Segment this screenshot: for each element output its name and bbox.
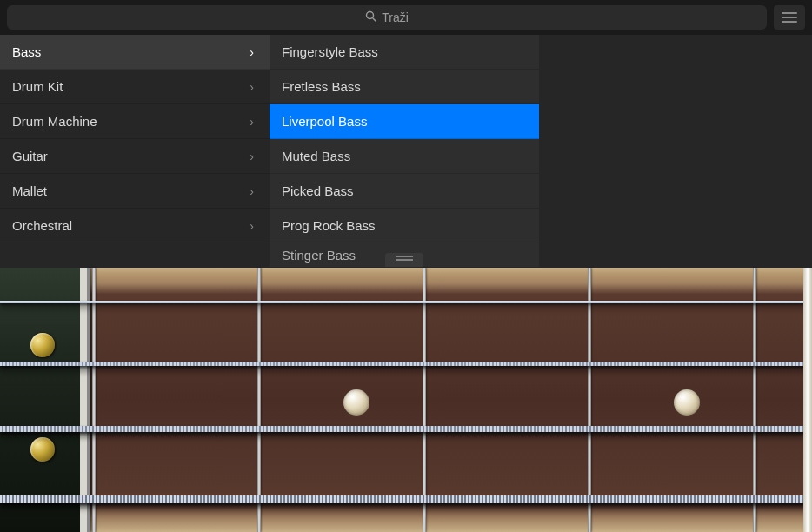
fret bbox=[92, 268, 96, 532]
category-label: Mallet bbox=[12, 183, 47, 198]
category-label: Drum Kit bbox=[12, 79, 63, 94]
category-item-orchestral[interactable]: Orchestral› bbox=[0, 209, 270, 243]
string-4[interactable] bbox=[0, 495, 812, 503]
preset-column: Fingerstyle BassFretless BassLiverpool B… bbox=[270, 35, 539, 268]
category-column: Bass›Drum Kit›Drum Machine›Guitar›Mallet… bbox=[0, 35, 270, 268]
drag-handle-icon[interactable] bbox=[385, 253, 423, 267]
preset-item-picked-bass[interactable]: Picked Bass bbox=[270, 174, 539, 209]
category-label: Guitar bbox=[12, 149, 48, 163]
category-item-drum-kit[interactable]: Drum Kit› bbox=[0, 70, 270, 104]
preset-item-liverpool-bass[interactable]: Liverpool Bass bbox=[270, 104, 539, 139]
chevron-right-icon: › bbox=[250, 80, 254, 94]
category-item-drum-machine[interactable]: Drum Machine› bbox=[0, 104, 270, 139]
svg-line-1 bbox=[373, 18, 376, 22]
string-3[interactable] bbox=[0, 426, 812, 432]
preset-label: Liverpool Bass bbox=[282, 114, 367, 129]
headstock bbox=[0, 268, 87, 532]
fretboard[interactable] bbox=[0, 268, 812, 532]
search-placeholder: Traži bbox=[382, 10, 409, 24]
category-item-mallet[interactable]: Mallet› bbox=[0, 174, 270, 209]
category-label: Bass bbox=[12, 44, 41, 59]
fret bbox=[423, 268, 426, 532]
string-2[interactable] bbox=[0, 362, 812, 366]
preset-item-fretless-bass[interactable]: Fretless Bass bbox=[270, 70, 539, 104]
fret-inlay-dot bbox=[674, 389, 700, 416]
preset-label: Prog Rock Bass bbox=[282, 218, 376, 233]
browser-panel: Bass›Drum Kit›Drum Machine›Guitar›Mallet… bbox=[0, 35, 812, 268]
category-item-bass[interactable]: Bass› bbox=[0, 35, 270, 70]
chevron-right-icon: › bbox=[250, 219, 254, 233]
category-item-guitar[interactable]: Guitar› bbox=[0, 139, 270, 174]
preset-label: Stinger Bass bbox=[282, 248, 356, 263]
preset-item-stinger-bass[interactable]: Stinger Bass bbox=[270, 243, 539, 268]
preset-item-fingerstyle-bass[interactable]: Fingerstyle Bass bbox=[270, 35, 539, 70]
category-label: Orchestral bbox=[12, 218, 72, 233]
chevron-right-icon: › bbox=[250, 45, 254, 59]
search-input[interactable]: Traži bbox=[7, 5, 767, 30]
category-label: Drum Machine bbox=[12, 114, 97, 129]
string-1[interactable] bbox=[0, 301, 812, 303]
preset-label: Fingerstyle Bass bbox=[282, 44, 378, 59]
search-icon bbox=[365, 10, 376, 24]
chevron-right-icon: › bbox=[250, 150, 254, 163]
fret bbox=[753, 268, 756, 532]
fret bbox=[257, 268, 261, 532]
tuner-screw bbox=[30, 437, 55, 462]
top-bar: Traži bbox=[0, 0, 812, 35]
detail-column bbox=[539, 35, 812, 268]
preset-label: Muted Bass bbox=[282, 149, 350, 163]
menu-button[interactable] bbox=[774, 5, 805, 30]
chevron-right-icon: › bbox=[250, 184, 254, 198]
fret-inlay-dot bbox=[343, 389, 369, 416]
preset-item-prog-rock-bass[interactable]: Prog Rock Bass bbox=[270, 209, 539, 243]
tuner-screw bbox=[30, 333, 55, 357]
preset-item-muted-bass[interactable]: Muted Bass bbox=[270, 139, 539, 174]
preset-label: Picked Bass bbox=[282, 183, 354, 198]
fret bbox=[588, 268, 591, 532]
chevron-right-icon: › bbox=[250, 115, 254, 129]
fretboard-edge bbox=[803, 268, 812, 532]
preset-label: Fretless Bass bbox=[282, 79, 361, 94]
